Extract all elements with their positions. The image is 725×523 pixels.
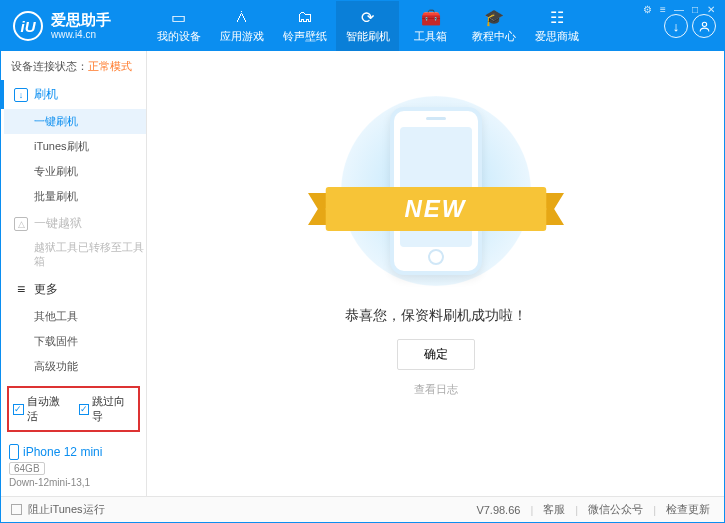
- sidebar: 设备连接状态：正常模式 ↓ 刷机 一键刷机 iTunes刷机 专业刷机 批量刷机: [1, 51, 147, 496]
- store-icon: ☷: [548, 8, 566, 26]
- view-log-link[interactable]: 查看日志: [414, 382, 458, 397]
- sidebar-section-flash[interactable]: ↓ 刷机: [1, 80, 146, 109]
- nav-label: 教程中心: [472, 29, 516, 44]
- titlebar: iU 爱思助手 www.i4.cn ▭ 我的设备 ⩑ 应用游戏 🗂 铃声壁纸 ⟳…: [1, 1, 724, 51]
- nav-label: 工具箱: [414, 29, 447, 44]
- version-label: V7.98.66: [472, 504, 524, 516]
- app-name: 爱思助手: [51, 12, 111, 29]
- nav-smart-flash[interactable]: ⟳ 智能刷机: [336, 1, 399, 51]
- flash-icon: ↓: [14, 88, 28, 102]
- sidebar-item-advanced[interactable]: 高级功能: [34, 354, 146, 379]
- download-button[interactable]: ↓: [664, 14, 688, 38]
- block-itunes-label[interactable]: 阻止iTunes运行: [28, 502, 105, 517]
- titlebar-right: ↓: [664, 14, 716, 38]
- sidebar-item-one-click-flash[interactable]: 一键刷机: [4, 109, 146, 134]
- section-title: 更多: [34, 281, 58, 298]
- logo: iU 爱思助手 www.i4.cn: [13, 11, 147, 41]
- lock-icon: △: [14, 217, 28, 231]
- sidebar-section-more[interactable]: ≡ 更多: [4, 275, 146, 304]
- device-detail: Down-12mini-13,1: [9, 477, 138, 488]
- nav-store[interactable]: ☷ 爱思商城: [525, 1, 588, 51]
- body: 设备连接状态：正常模式 ↓ 刷机 一键刷机 iTunes刷机 专业刷机 批量刷机: [1, 51, 724, 496]
- device-name: iPhone 12 mini: [9, 444, 138, 460]
- checkbox-label: 自动激活: [27, 394, 69, 424]
- site-url: www.i4.cn: [51, 29, 111, 40]
- checkbox-skip-guide[interactable]: ✓ 跳过向导: [79, 394, 135, 424]
- menu-icon[interactable]: ≡: [656, 4, 670, 15]
- wechat-link[interactable]: 微信公众号: [584, 502, 647, 517]
- sidebar-section-jailbreak[interactable]: △ 一键越狱: [4, 209, 146, 238]
- sidebar-item-other-tools[interactable]: 其他工具: [34, 304, 146, 329]
- sidebar-item-pro-flash[interactable]: 专业刷机: [34, 159, 146, 184]
- toolbox-icon: 🧰: [422, 8, 440, 26]
- nav-my-device[interactable]: ▭ 我的设备: [147, 1, 210, 51]
- apps-icon: ⩑: [233, 8, 251, 26]
- folder-icon: 🗂: [296, 8, 314, 26]
- checkbox-label: 跳过向导: [92, 394, 134, 424]
- nav-label: 我的设备: [157, 29, 201, 44]
- nav-label: 爱思商城: [535, 29, 579, 44]
- main-content: NEW 恭喜您，保资料刷机成功啦！ 确定 查看日志: [147, 51, 724, 496]
- refresh-icon: ⟳: [359, 8, 377, 26]
- checkbox-icon[interactable]: [11, 504, 22, 515]
- section-title: 一键越狱: [34, 215, 82, 232]
- nav-tutorials[interactable]: 🎓 教程中心: [462, 1, 525, 51]
- maximize-icon[interactable]: □: [688, 4, 702, 15]
- checkbox-auto-activate[interactable]: ✓ 自动激活: [13, 394, 69, 424]
- tutorial-icon: 🎓: [485, 8, 503, 26]
- main-nav: ▭ 我的设备 ⩑ 应用游戏 🗂 铃声壁纸 ⟳ 智能刷机 🧰 工具箱 🎓 教程中: [147, 1, 664, 51]
- footer: 阻止iTunes运行 V7.98.66 | 客服 | 微信公众号 | 检查更新: [1, 496, 724, 522]
- new-ribbon: NEW: [308, 187, 564, 231]
- close-icon[interactable]: ✕: [704, 4, 718, 15]
- status-value: 正常模式: [88, 60, 132, 72]
- device-storage: 64GB: [9, 462, 45, 475]
- checkbox-icon: ✓: [13, 404, 24, 415]
- sidebar-item-batch-flash[interactable]: 批量刷机: [34, 184, 146, 209]
- more-icon: ≡: [14, 282, 28, 296]
- user-button[interactable]: [692, 14, 716, 38]
- phone-icon: ▭: [170, 8, 188, 26]
- jailbreak-note: 越狱工具已转移至工具箱: [4, 238, 146, 275]
- options-highlight-box: ✓ 自动激活 ✓ 跳过向导: [7, 386, 140, 432]
- nav-label: 应用游戏: [220, 29, 264, 44]
- window-controls: ⚙ ≡ — □ ✕: [640, 4, 718, 15]
- device-status: 设备连接状态：正常模式: [1, 51, 146, 80]
- nav-label: 铃声壁纸: [283, 29, 327, 44]
- sidebar-item-itunes-flash[interactable]: iTunes刷机: [34, 134, 146, 159]
- success-message: 恭喜您，保资料刷机成功啦！: [345, 307, 527, 325]
- minimize-icon[interactable]: —: [672, 4, 686, 15]
- logo-icon: iU: [13, 11, 43, 41]
- section-title: 刷机: [34, 86, 58, 103]
- support-link[interactable]: 客服: [539, 502, 569, 517]
- ribbon-text: NEW: [405, 195, 467, 223]
- sidebar-menu: ↓ 刷机 一键刷机 iTunes刷机 专业刷机 批量刷机 △ 一键越狱: [1, 80, 146, 382]
- connected-device[interactable]: iPhone 12 mini 64GB Down-12mini-13,1: [1, 440, 146, 496]
- status-label: 设备连接状态：: [11, 60, 88, 72]
- nav-toolbox[interactable]: 🧰 工具箱: [399, 1, 462, 51]
- ok-button[interactable]: 确定: [397, 339, 475, 370]
- sidebar-item-download-firmware[interactable]: 下载固件: [34, 329, 146, 354]
- settings-icon[interactable]: ⚙: [640, 4, 654, 15]
- nav-ringtones[interactable]: 🗂 铃声壁纸: [273, 1, 336, 51]
- success-illustration: NEW: [336, 91, 536, 291]
- app-window: ⚙ ≡ — □ ✕ iU 爱思助手 www.i4.cn ▭ 我的设备 ⩑ 应用游…: [0, 0, 725, 523]
- nav-label: 智能刷机: [346, 29, 390, 44]
- check-update-link[interactable]: 检查更新: [662, 502, 714, 517]
- svg-point-0: [702, 22, 706, 26]
- checkbox-icon: ✓: [79, 404, 90, 415]
- nav-apps-games[interactable]: ⩑ 应用游戏: [210, 1, 273, 51]
